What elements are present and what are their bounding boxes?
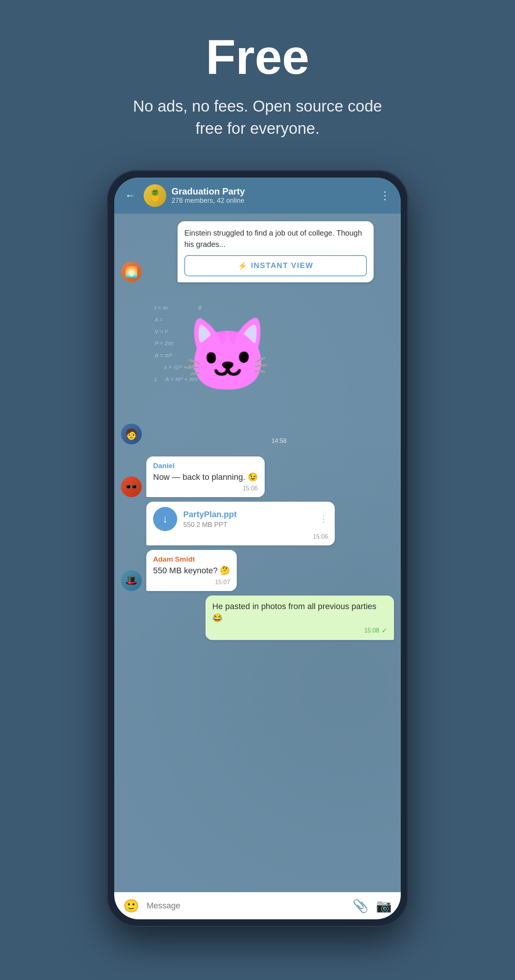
input-bar: 🙂 📎 📷 <box>114 892 401 919</box>
sticker-sender-avatar: 🧑 <box>121 424 142 444</box>
article-message: 🌅 Einstein struggled to find a job out o… <box>147 221 394 282</box>
adam-bubble: Adam Smidt 550 MB keynote? 🤔 15:07 <box>146 550 237 591</box>
emoji-button[interactable]: 🙂 <box>123 898 139 913</box>
message-footer: 15:06 <box>153 485 258 492</box>
message-text: Now — back to planning. 😉 <box>153 471 258 483</box>
sticker-wrapper: t = πr θ A = h V = l² s P = 2πr A = πr² … <box>147 298 290 441</box>
sticker-message: 🧑 t = πr θ A = h V = l² s <box>121 298 394 444</box>
sender-avatar: 🌅 <box>121 262 142 282</box>
chat-info: Graduation Party 278 members, 42 online <box>172 186 372 205</box>
hero-section: Free No ads, no fees. Open source code f… <box>110 0 405 162</box>
file-info: PartyPlan.ppt 550.2 MB PPT <box>183 510 313 529</box>
chat-meta: 278 members, 42 online <box>172 197 372 205</box>
file-message-row: ↓ PartyPlan.ppt 550.2 MB PPT ⋮ 15:06 <box>146 502 394 546</box>
download-icon: ↓ <box>163 513 168 525</box>
message-row-adam: 🎩 Adam Smidt 550 MB keynote? 🤔 15:07 <box>121 550 394 591</box>
file-size: 550.2 MB PPT <box>183 521 313 529</box>
download-button[interactable]: ↓ <box>153 507 177 531</box>
avatar-image: 🧑 <box>121 424 142 444</box>
share-button[interactable]: ↗ <box>397 259 401 278</box>
chat-avatar: 🍍 <box>143 184 166 207</box>
lightning-icon: ⚡ <box>238 261 247 270</box>
avatar-image: 🎩 <box>121 570 142 591</box>
group-avatar-image: 🍍 <box>143 184 166 207</box>
daniel-avatar: 🕶️ <box>121 476 142 497</box>
phone-outer: ← 🍍 Graduation Party 278 members, 42 onl… <box>107 170 408 927</box>
sender-name: Daniel <box>153 462 258 470</box>
own-message-text: He pasted in photos from all previous pa… <box>212 601 387 624</box>
own-message-footer: 15:08 ✓ <box>212 627 387 635</box>
emoji-icon: 🙂 <box>123 899 139 913</box>
file-more-button[interactable]: ⋮ <box>319 514 328 524</box>
messages-area: 🌅 Einstein struggled to find a job out o… <box>114 214 401 892</box>
instant-view-button[interactable]: ⚡ INSTANT VIEW <box>184 255 367 276</box>
sender-name: Adam Smidt <box>153 555 230 563</box>
adam-avatar: 🎩 <box>121 570 142 591</box>
own-message-time: 15:08 <box>364 627 379 634</box>
own-bubble: He pasted in photos from all previous pa… <box>206 595 394 640</box>
daniel-bubble: Daniel Now — back to planning. 😉 15:06 <box>146 457 265 498</box>
message-text: 550 MB keynote? 🤔 <box>153 565 230 577</box>
camera-icon: 📷 <box>376 899 392 913</box>
file-bubble: ↓ PartyPlan.ppt 550.2 MB PPT ⋮ 15:06 <box>146 502 335 546</box>
phone-mockup: ← 🍍 Graduation Party 278 members, 42 onl… <box>107 170 408 927</box>
file-header: ↓ PartyPlan.ppt 550.2 MB PPT ⋮ <box>153 507 328 531</box>
message-input[interactable] <box>147 899 345 912</box>
message-row-daniel: 🕶️ Daniel Now — back to planning. 😉 15:0… <box>121 457 394 498</box>
instant-view-label: INSTANT VIEW <box>251 261 314 270</box>
chat-header: ← 🍍 Graduation Party 278 members, 42 onl… <box>114 178 401 214</box>
message-footer: 15:07 <box>153 579 230 586</box>
file-footer: 15:06 <box>153 533 328 540</box>
phone-inner: ← 🍍 Graduation Party 278 members, 42 onl… <box>114 178 401 919</box>
own-message-row: He pasted in photos from all previous pa… <box>121 595 394 640</box>
chat-name: Graduation Party <box>172 186 372 197</box>
hero-title: Free <box>126 30 389 84</box>
file-time: 15:06 <box>313 533 328 540</box>
read-receipt-icon: ✓ <box>381 627 387 635</box>
cat-sticker: 🐱 <box>183 313 272 397</box>
paperclip-icon: 📎 <box>352 899 368 913</box>
article-preview-text: Einstein struggled to find a job out of … <box>184 227 367 250</box>
message-time: 15:06 <box>243 485 258 492</box>
hero-subtitle: No ads, no fees. Open source code free f… <box>126 95 389 140</box>
avatar-image: 🌅 <box>121 262 142 282</box>
sticker-container: t = πr θ A = h V = l² s P = 2πr A = πr² … <box>147 298 290 444</box>
avatar-image: 🕶️ <box>121 476 142 497</box>
back-button[interactable]: ← <box>122 188 139 203</box>
camera-button[interactable]: 📷 <box>376 898 392 913</box>
attach-button[interactable]: 📎 <box>352 898 368 913</box>
more-button[interactable]: ⋮ <box>376 188 393 203</box>
file-name: PartyPlan.ppt <box>183 510 313 519</box>
article-bubble: Einstein struggled to find a job out of … <box>178 221 374 282</box>
message-time: 15:07 <box>215 579 230 586</box>
